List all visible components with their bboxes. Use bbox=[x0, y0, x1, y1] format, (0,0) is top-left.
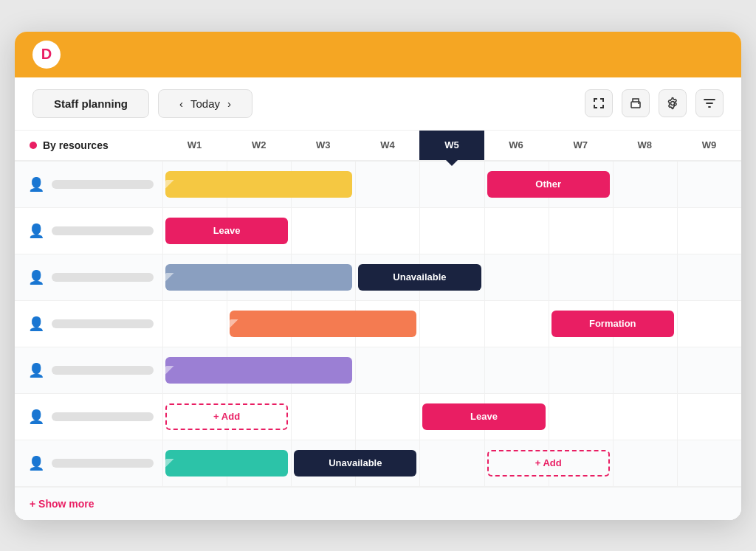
col-divider-8 bbox=[677, 394, 678, 440]
svg-point-3 bbox=[671, 102, 675, 105]
week-header-w9: W9 bbox=[677, 131, 741, 160]
col-divider-6 bbox=[549, 301, 549, 347]
event-label-3-1: Unavailable bbox=[393, 271, 446, 283]
col-divider-6 bbox=[549, 394, 549, 440]
calendar-header: By resources W1 W2 W3 W4 W5 W6 W7 W8 W9 bbox=[15, 131, 741, 162]
col-divider-3 bbox=[355, 394, 356, 440]
event-bar-7-2[interactable]: + Add bbox=[487, 450, 610, 477]
col-divider-8 bbox=[677, 301, 678, 347]
resource-cell-1: 👤 bbox=[15, 169, 162, 200]
week-header-w2: W2 bbox=[227, 131, 291, 160]
row-events-overlay-5 bbox=[162, 347, 741, 393]
col-divider-0 bbox=[162, 301, 163, 347]
col-divider-8 bbox=[677, 347, 678, 393]
person-icon: 👤 bbox=[28, 409, 44, 425]
event-label-2-0: Leave bbox=[213, 225, 241, 236]
col-divider-6 bbox=[549, 208, 549, 254]
event-bar-6-0[interactable]: + Add bbox=[165, 403, 288, 430]
resource-cell-3: 👤 bbox=[15, 262, 162, 293]
col-divider-2 bbox=[291, 208, 292, 254]
logo: D bbox=[32, 41, 61, 69]
calendar-row-2: 👤 Leave bbox=[15, 208, 741, 254]
calendar-row-7: 👤 Unavailable+ Add bbox=[15, 440, 741, 487]
svg-rect-1 bbox=[633, 104, 639, 106]
col-divider-0 bbox=[162, 347, 163, 393]
today-button[interactable]: ‹ Today › bbox=[158, 89, 252, 118]
row-events-overlay-6: + AddLeave bbox=[162, 394, 741, 440]
col-divider-0 bbox=[162, 440, 163, 486]
prev-arrow-icon[interactable]: ‹ bbox=[179, 97, 183, 110]
red-dot-icon bbox=[30, 142, 37, 149]
event-bar-5-0 bbox=[165, 357, 352, 384]
col-divider-2 bbox=[291, 394, 292, 440]
col-divider-0 bbox=[162, 208, 163, 254]
row-events-overlay-2: Leave bbox=[162, 208, 741, 254]
col-divider-2 bbox=[291, 440, 292, 486]
show-more-button[interactable]: + Show more bbox=[15, 487, 741, 520]
col-divider-5 bbox=[484, 162, 485, 207]
event-label-4-1: Formation bbox=[589, 318, 636, 329]
week-header-w4: W4 bbox=[355, 131, 419, 160]
resource-cell-4: 👤 bbox=[15, 308, 162, 339]
col-divider-8 bbox=[677, 162, 678, 207]
resource-bar bbox=[52, 412, 154, 421]
corner-tag-icon bbox=[230, 319, 238, 328]
event-label-7-2: + Add bbox=[535, 457, 562, 468]
resource-bar bbox=[52, 459, 154, 468]
calendar-row-1: 👤 Other bbox=[15, 162, 741, 208]
app-window: D Staff planning ‹ Today › By resources bbox=[15, 32, 741, 520]
event-bar-2-0: Leave bbox=[165, 218, 288, 244]
filter-icon-button[interactable] bbox=[695, 89, 724, 117]
svg-point-2 bbox=[638, 103, 639, 104]
week-header-w3: W3 bbox=[291, 131, 355, 160]
col-divider-5 bbox=[484, 208, 485, 254]
corner-tag-icon bbox=[165, 366, 174, 375]
col-divider-4 bbox=[419, 208, 420, 254]
corner-tag-icon bbox=[165, 273, 174, 282]
today-label: Today bbox=[190, 97, 220, 110]
top-bar: D bbox=[15, 32, 741, 77]
week-header-w8: W8 bbox=[613, 131, 677, 160]
col-divider-0 bbox=[162, 394, 163, 440]
event-label-6-0: + Add bbox=[213, 411, 240, 422]
settings-icon-button[interactable] bbox=[659, 89, 687, 117]
expand-icon-button[interactable] bbox=[585, 89, 613, 117]
person-icon: 👤 bbox=[28, 316, 44, 332]
person-icon: 👤 bbox=[28, 362, 44, 378]
col-divider-7 bbox=[613, 208, 614, 254]
event-bar-4-0 bbox=[230, 311, 416, 337]
row-events-overlay-1: Other bbox=[162, 162, 741, 207]
event-label-6-1: Leave bbox=[470, 411, 498, 422]
resources-header: By resources bbox=[15, 131, 162, 160]
next-arrow-icon[interactable]: › bbox=[227, 97, 231, 110]
corner-tag-icon bbox=[165, 180, 174, 189]
row-events-overlay-4: Formation bbox=[162, 301, 741, 347]
col-divider-6 bbox=[549, 347, 549, 393]
toolbar: Staff planning ‹ Today › bbox=[15, 77, 741, 131]
col-divider-3 bbox=[355, 254, 356, 300]
col-divider-5 bbox=[484, 301, 485, 347]
col-divider-7 bbox=[613, 162, 614, 207]
col-divider-0 bbox=[162, 254, 163, 300]
col-divider-7 bbox=[613, 347, 614, 393]
event-bar-1-1: Other bbox=[487, 171, 610, 198]
event-bar-4-1: Formation bbox=[551, 311, 674, 337]
event-label-1-1: Other bbox=[535, 179, 561, 190]
week-header-w1: W1 bbox=[162, 131, 227, 160]
week-header-w5-active: W5 bbox=[419, 131, 484, 160]
col-divider-4 bbox=[419, 162, 420, 207]
event-bar-1-0 bbox=[165, 171, 352, 198]
row-events-overlay-3: Unavailable bbox=[162, 254, 741, 300]
staff-planning-button[interactable]: Staff planning bbox=[32, 89, 149, 118]
event-bar-3-0 bbox=[165, 264, 352, 291]
resource-cell-6: 👤 bbox=[15, 401, 162, 432]
col-divider-0 bbox=[162, 162, 163, 207]
col-divider-7 bbox=[613, 394, 614, 440]
col-divider-3 bbox=[355, 162, 356, 207]
calendar-row-6: 👤 + AddLeave bbox=[15, 394, 741, 440]
col-divider-4 bbox=[419, 394, 420, 440]
calendar-row-3: 👤 Unavailable bbox=[15, 254, 741, 301]
col-divider-4 bbox=[419, 440, 420, 486]
row-events-overlay-7: Unavailable+ Add bbox=[162, 440, 741, 486]
print-icon-button[interactable] bbox=[622, 89, 650, 117]
